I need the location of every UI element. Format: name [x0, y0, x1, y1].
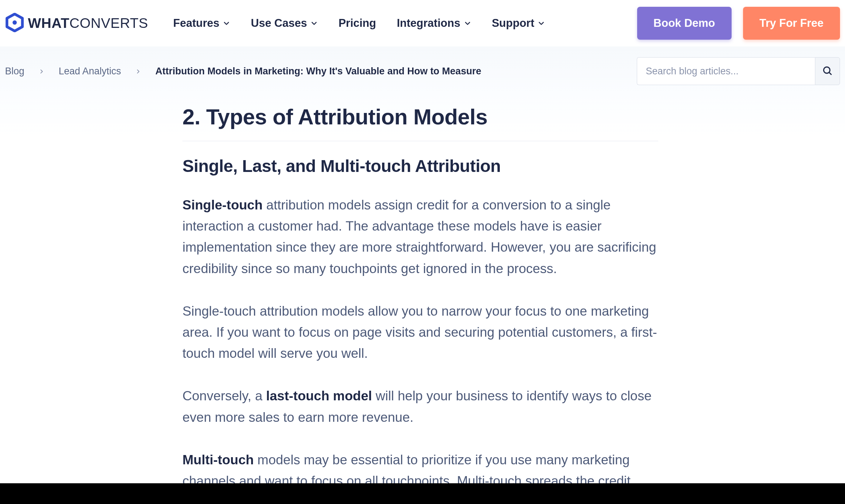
nav-features[interactable]: Features	[173, 17, 230, 30]
sub-header: Blog Lead Analytics Attribution Models i…	[0, 46, 845, 94]
svg-line-3	[829, 72, 831, 75]
logo-icon	[5, 13, 24, 34]
nav-label: Pricing	[338, 17, 376, 30]
search-button[interactable]	[815, 57, 840, 85]
subsection-heading: Single, Last, and Multi-touch Attributio…	[182, 156, 658, 176]
chevron-down-icon	[538, 17, 545, 30]
section-divider	[182, 141, 658, 141]
paragraph: Conversely, a last-touch model will help…	[182, 385, 658, 428]
search-icon	[822, 65, 833, 77]
chevron-down-icon	[223, 17, 230, 30]
chevron-right-icon	[39, 66, 44, 77]
nav-integrations[interactable]: Integrations	[397, 17, 471, 30]
search-input[interactable]	[637, 57, 815, 85]
chevron-down-icon	[311, 17, 318, 30]
nav-support[interactable]: Support	[492, 17, 545, 30]
search-form	[637, 57, 840, 85]
breadcrumb-blog[interactable]: Blog	[5, 66, 24, 77]
nav-label: Use Cases	[251, 17, 307, 30]
bold-term: Multi-touch	[182, 453, 254, 467]
try-for-free-button[interactable]: Try For Free	[743, 7, 840, 40]
bold-term: Single-touch	[182, 198, 263, 212]
paragraph-text: Conversely, a	[182, 389, 266, 403]
chevron-right-icon	[135, 66, 141, 77]
breadcrumb-current: Attribution Models in Marketing: Why It'…	[155, 66, 481, 77]
article-body: 2. Types of Attribution Models Single, L…	[182, 94, 658, 504]
nav-label: Features	[173, 17, 219, 30]
content-area: 2. Types of Attribution Models Single, L…	[0, 94, 845, 504]
chevron-down-icon	[464, 17, 471, 30]
top-nav: WHATCONVERTS Features Use Cases Pricing …	[0, 0, 845, 46]
svg-point-1	[13, 20, 17, 25]
nav-label: Integrations	[397, 17, 460, 30]
nav-pricing[interactable]: Pricing	[338, 17, 376, 30]
bottom-black-bar	[0, 483, 845, 504]
nav-use-cases[interactable]: Use Cases	[251, 17, 318, 30]
nav-label: Support	[492, 17, 534, 30]
paragraph: Single-touch attribution models assign c…	[182, 194, 658, 279]
logo-link[interactable]: WHATCONVERTS	[5, 13, 148, 34]
svg-point-2	[824, 67, 830, 73]
book-demo-button[interactable]: Book Demo	[637, 7, 732, 40]
breadcrumb-category[interactable]: Lead Analytics	[59, 66, 121, 77]
section-heading: 2. Types of Attribution Models	[182, 104, 658, 129]
bold-term: last-touch model	[266, 389, 372, 403]
logo-text: WHATCONVERTS	[28, 15, 148, 31]
paragraph: Single-touch attribution models allow yo…	[182, 301, 658, 364]
primary-nav: Features Use Cases Pricing Integrations …	[173, 17, 545, 30]
breadcrumb: Blog Lead Analytics Attribution Models i…	[5, 66, 481, 77]
